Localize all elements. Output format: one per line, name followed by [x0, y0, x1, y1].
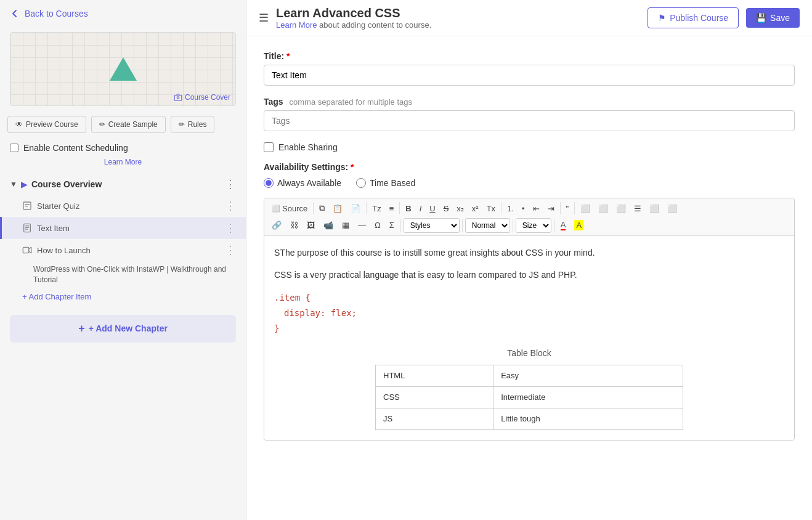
back-to-courses[interactable]: Back to Courses [0, 0, 246, 27]
learn-more-row[interactable]: Learn More [0, 158, 246, 171]
learn-more-link[interactable]: Learn More [276, 20, 317, 30]
blockquote-button[interactable]: " [562, 201, 573, 216]
align-button[interactable]: ≡ [386, 201, 398, 216]
create-sample-button[interactable]: ✏ Create Sample [91, 116, 166, 133]
hamburger-icon[interactable]: ☰ [259, 11, 269, 25]
ordered-list-button[interactable]: 1. [503, 201, 518, 216]
chapter-menu-dots[interactable]: ⋮ [225, 177, 236, 191]
size-select[interactable]: Size 8101214 [516, 218, 551, 233]
copy-button[interactable]: ⧉ [315, 201, 328, 216]
chapter-section: ▼ ▶ Course Overview ⋮ Starter Quiz ⋮ Tex… [0, 171, 246, 307]
title-label: Title: * [264, 51, 795, 61]
code-block: .item { display: flex; } [274, 290, 784, 337]
clear-format-icon: Tx [487, 204, 495, 213]
align-center-button[interactable]: ⬜ [595, 201, 612, 216]
link-icon: 🔗 [272, 221, 282, 230]
editor-container: ⬜ Source ⧉ 📋 📄 Tz ≡ B I U S x₂ x² Tx 1. [264, 198, 795, 441]
hr-button[interactable]: — [354, 218, 370, 232]
subtitle-text: about adding content to course. [319, 20, 431, 30]
preview-course-button[interactable]: 👁 Preview Course [7, 116, 86, 133]
code-line-3: } [274, 321, 784, 336]
video-item-label: How to Launch [37, 246, 91, 255]
align-left-icon: ⬜ [580, 204, 590, 213]
radio-time-input[interactable] [356, 178, 366, 188]
justify-button[interactable]: ☰ [630, 201, 645, 216]
starter-quiz-dots[interactable]: ⋮ [225, 199, 236, 213]
enable-sharing-checkbox[interactable] [264, 142, 274, 152]
scheduling-checkbox[interactable] [10, 144, 18, 152]
styles-select[interactable]: Styles Paragraph Heading 1 Heading 2 [404, 218, 460, 233]
tags-group: Tags comma separated for multiple tags [264, 97, 795, 131]
unlink-button[interactable]: ⛓ [286, 218, 302, 232]
availability-label: Availability Settings: * [264, 162, 795, 172]
unordered-list-button[interactable]: • [518, 201, 529, 216]
text-item-label: Text Item [37, 224, 70, 233]
strikethrough-button[interactable]: S [440, 201, 453, 216]
link-button[interactable]: 🔗 [268, 218, 285, 232]
table-cell: Easy [493, 365, 683, 386]
save-button[interactable]: 💾 Save [746, 8, 800, 28]
rules-label: Rules [188, 120, 207, 129]
chapter-item-video[interactable]: How to Launch ⋮ [0, 239, 246, 261]
publish-course-button[interactable]: ⚑ Publish Course [648, 7, 739, 28]
table-icon: ▦ [342, 221, 349, 230]
bold-button[interactable]: B [402, 201, 415, 216]
normal-select[interactable]: Normal Bold Italic [465, 218, 510, 233]
image-button[interactable]: 🖼 [303, 218, 319, 232]
special-char-button[interactable]: Ω [371, 218, 384, 232]
toolbar-divider-8 [462, 219, 463, 232]
media-button[interactable]: 📹 [320, 218, 337, 232]
italic-button[interactable]: I [416, 201, 426, 216]
table-cell: CSS [376, 387, 493, 408]
underline-button[interactable]: U [426, 201, 439, 216]
source-button[interactable]: ⬜ Source [268, 201, 311, 216]
title-input[interactable] [264, 65, 795, 86]
editor-body[interactable]: SThe purpose of this course is to instil… [264, 236, 794, 440]
hr-icon: — [358, 221, 366, 230]
radio-always-input[interactable] [264, 178, 274, 188]
chapter-item-text-item[interactable]: Text Item ⋮ [0, 217, 246, 239]
align-center-icon: ⬜ [598, 204, 608, 213]
unordered-list-icon: • [522, 204, 525, 213]
rules-pencil-icon: ✏ [179, 120, 185, 129]
table-row: HTML Easy [376, 365, 683, 386]
formula-button[interactable]: Σ [386, 218, 398, 232]
chapter-header[interactable]: ▼ ▶ Course Overview ⋮ [0, 174, 246, 195]
align-right-button[interactable]: ⬜ [612, 201, 630, 216]
radio-time-based[interactable]: Time Based [356, 178, 415, 188]
align-left-button[interactable]: ⬜ [577, 201, 594, 216]
indent-button[interactable]: ⇥ [544, 201, 558, 216]
table-cell: Little tough [493, 408, 683, 430]
enable-sharing-label: Enable Sharing [278, 142, 338, 152]
video-item-dots[interactable]: ⋮ [225, 243, 236, 257]
chapter-item-starter-quiz[interactable]: Starter Quiz ⋮ [0, 195, 246, 217]
cover-triangle [110, 57, 137, 81]
formula-icon: Σ [389, 221, 394, 230]
radio-always-available[interactable]: Always Available [264, 178, 341, 188]
paste-text-button[interactable]: 📄 [347, 201, 364, 216]
table-button[interactable]: ▦ [338, 218, 353, 232]
add-new-chapter[interactable]: + + Add New Chapter [10, 315, 236, 343]
rules-button[interactable]: ✏ Rules [171, 116, 215, 133]
add-chapter-item[interactable]: + Add Chapter Item [0, 288, 246, 305]
table-section: Table Block HTML Easy CSS Intermediate [274, 346, 784, 430]
bold-icon: B [405, 204, 411, 213]
rtl-button[interactable]: ⬜ [664, 201, 681, 216]
tags-label: Tags [264, 97, 283, 107]
subscript-button[interactable]: x₂ [453, 201, 468, 216]
ltr-button[interactable]: ⬜ [646, 201, 663, 216]
format-button[interactable]: Tz [368, 201, 384, 216]
paste-button[interactable]: 📋 [329, 201, 346, 216]
tags-input[interactable] [264, 110, 795, 131]
font-color-button[interactable]: A [557, 217, 570, 233]
save-icon: 💾 [756, 13, 766, 23]
superscript-button[interactable]: x² [468, 201, 482, 216]
course-cover-button[interactable]: Course Cover [174, 93, 230, 102]
bg-color-button[interactable]: A [570, 217, 587, 233]
clear-format-button[interactable]: Tx [483, 201, 499, 216]
save-label: Save [770, 13, 790, 23]
video-icon [22, 245, 32, 255]
time-based-label: Time Based [370, 178, 415, 188]
text-item-dots[interactable]: ⋮ [225, 221, 236, 235]
outdent-button[interactable]: ⇤ [529, 201, 543, 216]
